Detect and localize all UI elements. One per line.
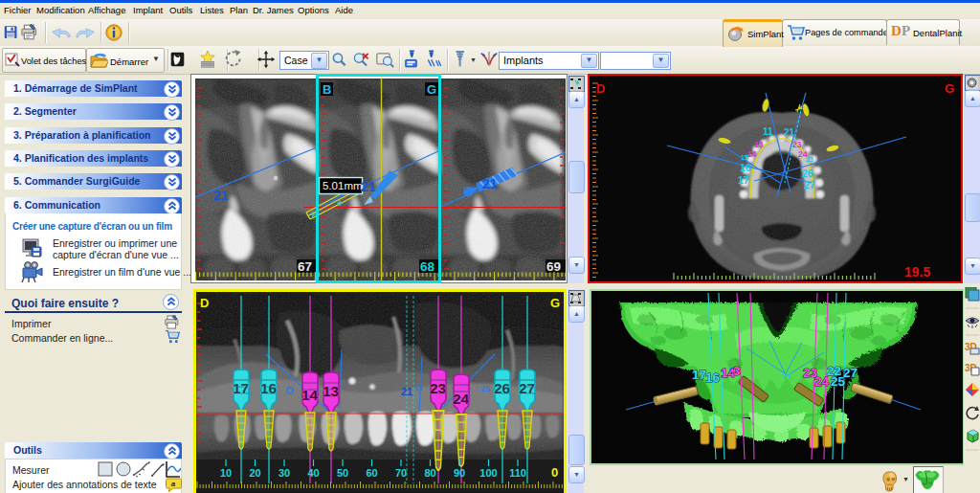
svg-text:50: 50 [337,467,348,479]
svg-text:69: 69 [546,259,561,274]
svg-text:0: 0 [551,465,558,480]
svg-text:13: 13 [754,140,764,149]
svg-text:70: 70 [395,467,407,479]
svg-text:30: 30 [278,467,290,479]
svg-text:a: a [171,480,176,488]
svg-text:23: 23 [792,140,802,149]
svg-text:G: G [550,296,560,310]
svg-text:100: 100 [479,467,497,479]
svg-text:21: 21 [482,176,498,191]
svg-text:14: 14 [301,387,319,403]
svg-text:40: 40 [307,467,319,479]
svg-text:90: 90 [454,467,465,479]
svg-text:80: 80 [424,467,435,479]
svg-text:25: 25 [480,384,490,393]
svg-text:67: 67 [298,259,312,274]
svg-text:25: 25 [806,156,813,163]
svg-text:16: 16 [260,380,278,396]
svg-text:19.5: 19.5 [904,264,930,280]
svg-text:17: 17 [233,380,249,396]
svg-text:D: D [596,81,605,96]
svg-text:16: 16 [740,162,751,173]
svg-text:17: 17 [738,174,749,186]
svg-text:G: G [945,81,954,96]
svg-text:60: 60 [366,467,377,479]
svg-text:14: 14 [747,149,757,159]
svg-text:26: 26 [802,168,813,179]
svg-text:3: 3 [733,364,741,378]
svg-text:26: 26 [494,380,511,396]
svg-text:27: 27 [519,380,535,396]
svg-text:24: 24 [453,391,470,407]
svg-text:21: 21 [784,127,795,138]
svg-text:21: 21 [401,386,412,397]
svg-text:15: 15 [741,154,748,161]
svg-text:17: 17 [692,368,706,382]
svg-text:27: 27 [804,179,815,190]
svg-text:110: 110 [509,467,526,479]
svg-text:20: 20 [249,467,260,479]
svg-text:10: 10 [220,467,232,479]
svg-text:21: 21 [213,188,229,203]
svg-text:27: 27 [843,366,858,380]
svg-text:23: 23 [430,380,447,396]
svg-text:16: 16 [705,370,721,385]
svg-text:21: 21 [782,371,791,381]
svg-text:D: D [200,296,209,310]
svg-text:13: 13 [323,383,340,399]
svg-text:11: 11 [763,126,773,137]
